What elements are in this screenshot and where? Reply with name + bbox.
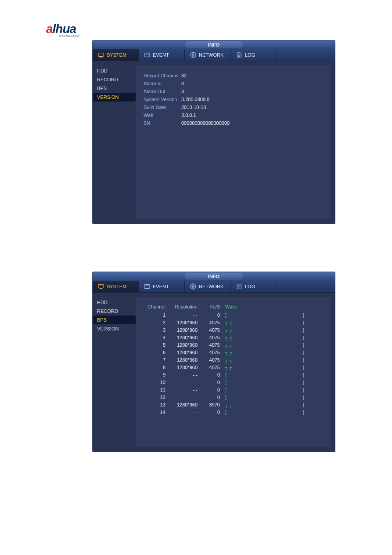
bps-row: 81280*9604075┐┌[ [144, 364, 323, 371]
tab-system[interactable]: SYSTEM [93, 49, 139, 61]
cell-resolution: 1280*960 [169, 334, 200, 341]
version-row: SN000000000000000000 [144, 119, 323, 127]
cell-wave: ┐┌ [225, 356, 295, 364]
bps-row: 1- -0][ [144, 312, 323, 319]
cell-channel: 7 [144, 356, 169, 364]
version-row: Alarm In8 [144, 80, 323, 87]
cell-resolution: - - [169, 409, 200, 416]
brand-logo: alhua TECHNOLOGY [46, 22, 392, 37]
cell-channel: 13 [144, 401, 169, 409]
cell-end: [ [295, 364, 323, 371]
cell-channel: 4 [144, 334, 169, 341]
bps-header: ChannelResolutionKb/SWave [144, 303, 323, 311]
cell-wave: ┐┌ [225, 401, 295, 409]
cell-end: [ [295, 334, 323, 341]
cell-channel: 6 [144, 349, 169, 356]
cell-wave: ] [225, 386, 295, 394]
logo-prefix: a [46, 22, 53, 36]
cell-resolution: 1280*960 [169, 364, 200, 371]
log-icon [236, 283, 242, 290]
cell-wave: ┐┌ [225, 364, 295, 371]
cell-resolution: - - [169, 371, 200, 379]
tab-log[interactable]: LOG [231, 49, 277, 61]
cell-channel: 11 [144, 386, 169, 394]
cell-resolution: - - [169, 379, 200, 386]
version-row: Web3.0.0.1 [144, 111, 323, 119]
bps-row: 14- -0][ [144, 409, 323, 416]
tab-network[interactable]: NETWORK [185, 281, 231, 292]
cell-end: [ [295, 394, 323, 401]
version-row: System Version3.200.0000.0 [144, 95, 323, 103]
cell-channel: 12 [144, 394, 169, 401]
network-icon [190, 283, 196, 290]
version-label: Build Date [144, 103, 181, 111]
tab-network[interactable]: NETWORK [185, 49, 231, 61]
tab-bar: SYSTEMEVENTNETWORKLOG [93, 281, 335, 293]
cell-wave: ] [225, 371, 295, 379]
cell-resolution: 1280*960 [169, 349, 200, 356]
tab-log[interactable]: LOG [231, 281, 277, 292]
sidebar-item-hdd[interactable]: HDD [93, 66, 136, 75]
cell-channel: 8 [144, 364, 169, 371]
sidebar-item-bps[interactable]: BPS [93, 84, 136, 93]
log-icon [236, 52, 242, 58]
bps-row: 10- -0][ [144, 379, 323, 386]
tab-label: NETWORK [199, 284, 223, 289]
version-value: 3 [181, 87, 184, 95]
cell-channel: 5 [144, 341, 169, 349]
bps-row: 9- -0][ [144, 371, 323, 379]
cell-resolution: - - [169, 312, 200, 319]
info-pill: INFO [185, 273, 243, 280]
sidebar-item-bps[interactable]: BPS [93, 316, 136, 324]
version-label: Record Channel [144, 72, 181, 80]
event-icon [144, 283, 150, 290]
cell-channel: 14 [144, 409, 169, 416]
sidebar-item-hdd[interactable]: HDD [93, 298, 136, 307]
cell-channel: 10 [144, 379, 169, 386]
log-icon [236, 52, 242, 58]
tab-label: LOG [245, 284, 255, 289]
cell-kbs: 4075 [200, 356, 225, 364]
cell-kbs: 0 [200, 386, 225, 394]
version-row: Record Channel32 [144, 72, 323, 80]
cell-end: [ [295, 349, 323, 356]
tab-event[interactable]: EVENT [139, 49, 185, 61]
cell-kbs: 4075 [200, 364, 225, 371]
log-icon [236, 283, 242, 290]
event-icon [144, 52, 150, 58]
version-value: 2013-10-18 [181, 103, 206, 111]
sidebar-item-version[interactable]: VERSION [93, 93, 136, 102]
version-value: 32 [181, 72, 187, 80]
bps-row: 131280*9603970┐┌[ [144, 401, 323, 409]
version-label: Alarm In [144, 80, 181, 87]
titlebar: INFO [93, 40, 335, 49]
version-label: Alarm Out [144, 87, 181, 95]
tab-label: NETWORK [199, 52, 223, 58]
network-icon [190, 52, 196, 58]
cell-resolution: - - [169, 394, 200, 401]
cell-resolution: 1280*960 [169, 356, 200, 364]
tab-event[interactable]: EVENT [139, 281, 185, 292]
bps-row: 71280*9604075┐┌[ [144, 356, 323, 364]
cell-wave: ┐┌ [225, 341, 295, 349]
cell-wave: ] [225, 312, 295, 319]
tab-label: EVENT [153, 284, 169, 289]
system-icon [98, 283, 104, 290]
sidebar-item-record[interactable]: RECORD [93, 75, 136, 84]
col-wave: Wave [225, 303, 295, 311]
cell-kbs: 4075 [200, 341, 225, 349]
sidebar-item-version[interactable]: VERSION [93, 324, 136, 333]
cell-end: [ [295, 371, 323, 379]
version-value: 8 [181, 80, 184, 87]
cell-channel: 9 [144, 371, 169, 379]
cell-wave: ] [225, 394, 295, 401]
system-icon [98, 283, 104, 290]
version-value: 3.200.0000.0 [181, 95, 209, 103]
cell-resolution: 1280*960 [169, 341, 200, 349]
bps-table: ChannelResolutionKb/SWave1- -0][21280*96… [144, 303, 323, 416]
cell-end: [ [295, 401, 323, 409]
tab-system[interactable]: SYSTEM [93, 281, 139, 292]
system-icon [98, 52, 104, 58]
sidebar: HDDRECORDBPSVERSION [93, 61, 136, 224]
sidebar-item-record[interactable]: RECORD [93, 307, 136, 316]
